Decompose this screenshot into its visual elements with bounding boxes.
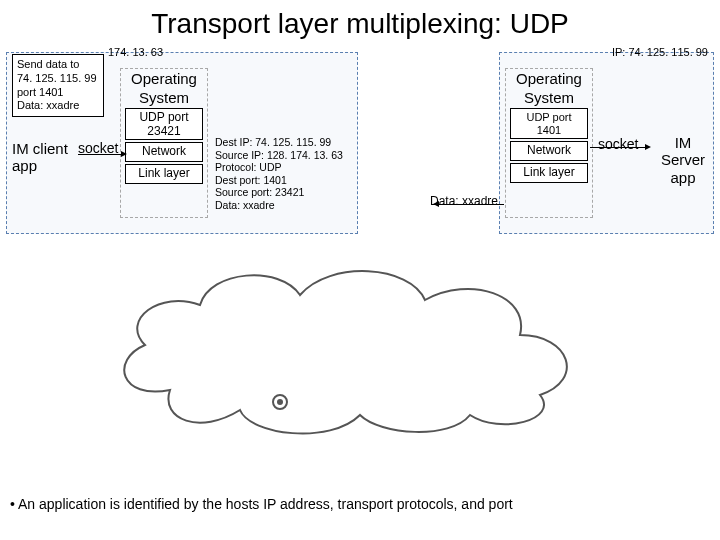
client-os-box: Operating System UDP port 23421 Network … (120, 68, 208, 218)
packet-line: Source port: 23421 (215, 186, 355, 199)
server-app-line: app (656, 169, 710, 186)
packet-line: Source IP: 128. 174. 13. 63 (215, 149, 355, 162)
send-data-box: Send data to 74. 125. 115. 99 port 1401 … (12, 54, 104, 117)
bullet-text: • An application is identified by the ho… (10, 496, 513, 512)
send-line: Data: xxadre (17, 99, 99, 113)
diagram-area: 174. 13. 63 Send data to 74. 125. 115. 9… (0, 44, 720, 284)
udp-line: 23421 (128, 125, 200, 139)
udp-line: UDP port (128, 111, 200, 125)
server-socket-arrow (590, 147, 646, 148)
send-line: Send data to (17, 58, 99, 72)
packet-line: Data: xxadre (215, 199, 355, 212)
server-socket-label: socket (598, 136, 638, 152)
client-app-label: IM client app (12, 140, 68, 175)
os-title-line: Operating (506, 71, 592, 88)
packet-line: Dest IP: 74. 125. 115. 99 (215, 136, 355, 149)
server-data-arrow (438, 204, 504, 205)
send-line: 74. 125. 115. 99 (17, 72, 99, 86)
server-data-label: Data: xxadre (430, 194, 498, 208)
send-line: port 1401 (17, 86, 99, 100)
client-udp-box: UDP port 23421 (125, 108, 203, 140)
client-socket-arrow (78, 154, 122, 155)
client-app-line: app (12, 157, 68, 174)
packet-line: Protocol: UDP (215, 161, 355, 174)
network-cloud (90, 250, 610, 440)
client-app-line: IM client (12, 140, 68, 157)
server-network-box: Network (510, 141, 588, 161)
os-title-line: System (506, 90, 592, 107)
cloud-icon (90, 250, 610, 440)
client-network-box: Network (125, 142, 203, 162)
packet-line: Dest port: 1401 (215, 174, 355, 187)
server-app-label: IM Server app (656, 134, 710, 186)
server-app-line: IM (656, 134, 710, 151)
packet-details: Dest IP: 74. 125. 115. 99 Source IP: 128… (215, 136, 355, 212)
slide-title: Transport layer multiplexing: UDP (0, 0, 720, 44)
os-title-line: System (121, 90, 207, 107)
os-title-line: Operating (121, 71, 207, 88)
svg-point-1 (277, 399, 283, 405)
server-ip-label: IP: 74. 125. 115. 99 (612, 46, 708, 58)
client-ip-label: 174. 13. 63 (108, 46, 163, 58)
server-udp-box: UDP port 1401 (510, 108, 588, 139)
server-link-box: Link layer (510, 163, 588, 183)
client-link-box: Link layer (125, 164, 203, 184)
server-os-box: Operating System UDP port 1401 Network L… (505, 68, 593, 218)
server-app-line: Server (656, 151, 710, 168)
